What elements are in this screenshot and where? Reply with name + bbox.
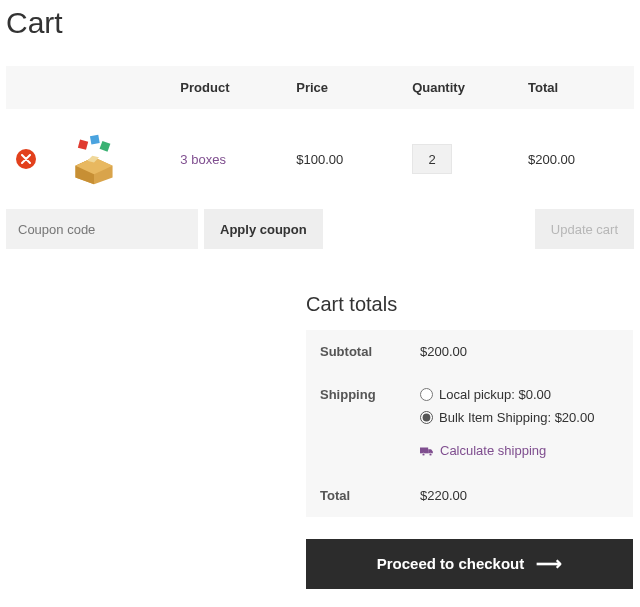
shipping-option[interactable]: Local pickup: $0.00 — [420, 387, 619, 402]
svg-rect-7 — [420, 447, 428, 453]
shipping-radio-bulk-item[interactable] — [420, 411, 433, 424]
cart-totals-section: Cart totals Subtotal $200.00 Shipping Lo… — [306, 293, 633, 589]
cart-actions-row: Apply coupon Update cart — [6, 209, 634, 249]
subtotal-label: Subtotal — [306, 330, 406, 373]
close-icon — [21, 154, 31, 164]
table-row: 3 boxes $100.00 $200.00 — [6, 109, 634, 209]
col-total: Total — [518, 66, 634, 109]
quantity-input[interactable] — [412, 144, 452, 174]
col-remove — [6, 66, 54, 109]
item-line-total: $200.00 — [518, 109, 634, 209]
shipping-option-label: Bulk Item Shipping: $20.00 — [439, 410, 594, 425]
shipping-option[interactable]: Bulk Item Shipping: $20.00 — [420, 410, 619, 425]
cart-totals-table: Subtotal $200.00 Shipping Local pickup: … — [306, 330, 633, 517]
col-quantity: Quantity — [402, 66, 518, 109]
svg-point-8 — [422, 453, 425, 456]
shipping-option-label: Local pickup: $0.00 — [439, 387, 551, 402]
product-thumbnail[interactable] — [64, 129, 124, 189]
page-title: Cart — [6, 6, 634, 40]
product-name-link[interactable]: 3 boxes — [180, 152, 226, 167]
item-price: $100.00 — [286, 109, 402, 209]
update-cart-button[interactable]: Update cart — [535, 209, 634, 249]
svg-rect-6 — [100, 141, 111, 152]
cart-totals-title: Cart totals — [306, 293, 633, 316]
proceed-to-checkout-button[interactable]: Proceed to checkout ⟶ — [306, 539, 633, 589]
arrow-right-icon: ⟶ — [536, 553, 562, 575]
truck-icon — [420, 445, 434, 457]
box-icon — [67, 132, 121, 186]
col-price: Price — [286, 66, 402, 109]
subtotal-value: $200.00 — [406, 330, 633, 373]
col-thumbnail — [54, 66, 170, 109]
shipping-label: Shipping — [306, 373, 406, 474]
shipping-options-list: Local pickup: $0.00 Bulk Item Shipping: … — [420, 387, 619, 425]
coupon-code-input[interactable] — [6, 209, 198, 249]
total-label: Total — [306, 474, 406, 517]
apply-coupon-button[interactable]: Apply coupon — [204, 209, 323, 249]
remove-item-button[interactable] — [16, 149, 36, 169]
cart-table: Product Price Quantity Total — [6, 66, 634, 249]
total-value: $220.00 — [406, 474, 633, 517]
calculate-shipping-link[interactable]: Calculate shipping — [420, 443, 546, 458]
shipping-radio-local-pickup[interactable] — [420, 388, 433, 401]
svg-point-9 — [429, 453, 432, 456]
svg-rect-4 — [78, 139, 88, 149]
svg-rect-5 — [90, 135, 100, 145]
col-product: Product — [170, 66, 286, 109]
